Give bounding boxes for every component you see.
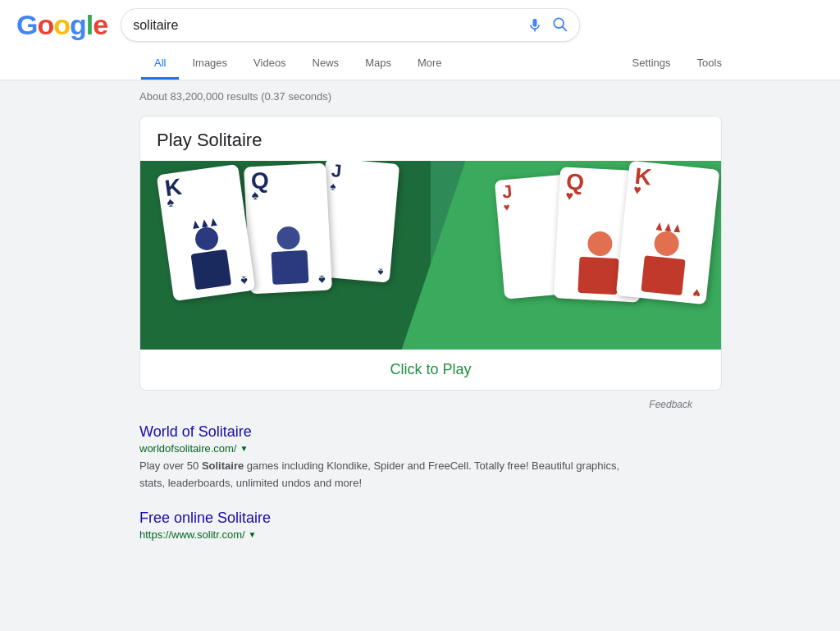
result-2-url: https://www.solitr.com/ xyxy=(139,528,245,541)
tab-tools[interactable]: Tools xyxy=(684,48,735,80)
search-button[interactable] xyxy=(551,16,568,34)
card-j-label: J xyxy=(331,162,342,181)
logo-letter-g2: g xyxy=(70,9,86,40)
card-k-suit-tl: ♠ xyxy=(166,194,175,210)
google-logo: Google xyxy=(16,9,107,41)
search-icon xyxy=(551,16,568,32)
search-results-list: World of Solitaire worldofsolitaire.com/… xyxy=(139,423,701,541)
search-bar xyxy=(121,8,580,42)
tab-more[interactable]: More xyxy=(404,48,455,80)
card-j-suit-br: ♠ xyxy=(377,266,384,279)
nav-row: All Images Videos News Maps More Setting… xyxy=(16,48,824,80)
tab-videos[interactable]: Videos xyxy=(240,48,299,80)
card-k-suit-br: ♠ xyxy=(240,273,249,289)
solitaire-card: Play Solitaire K ♠ xyxy=(139,116,722,391)
result-1-dropdown[interactable]: ▼ xyxy=(240,444,249,453)
solitaire-card-title: Play Solitaire xyxy=(140,117,721,161)
card-j-suit-tl: ♠ xyxy=(330,180,336,193)
results-count: About 83,200,000 results (0.37 seconds) xyxy=(139,90,701,103)
card-k-spades: K ♠ ♠ xyxy=(157,164,256,301)
card-k2-suit-tl: ♥ xyxy=(632,182,641,198)
result-1-snippet: Play over 50 Solitaire games including K… xyxy=(139,458,632,492)
card-q2-suit-tl: ♥ xyxy=(565,189,573,203)
header: Google All xyxy=(0,0,840,80)
tab-all[interactable]: All xyxy=(141,48,179,80)
logo-letter-l: l xyxy=(86,9,93,40)
result-2-title[interactable]: Free online Solitaire xyxy=(139,510,632,527)
result-1-url-row: worldofsolitaire.com/ ▼ xyxy=(139,442,632,455)
nav-right: Settings Tools xyxy=(619,48,735,80)
results-area: About 83,200,000 results (0.37 seconds) … xyxy=(0,80,840,575)
nav-tabs: All Images Videos News Maps More xyxy=(141,48,455,80)
header-top: Google xyxy=(16,8,824,42)
logo-letter-g: G xyxy=(16,9,37,40)
card-q-suit-br: ♠ xyxy=(317,272,325,287)
svg-line-1 xyxy=(563,27,567,31)
tab-news[interactable]: News xyxy=(299,48,353,80)
result-1-url: worldofsolitaire.com/ xyxy=(139,442,237,455)
card-j2-suit-tl: ♥ xyxy=(503,201,510,214)
tab-settings[interactable]: Settings xyxy=(619,48,684,80)
feedback-text[interactable]: Feedback xyxy=(139,397,701,417)
logo-letter-e: e xyxy=(93,9,107,40)
result-2-dropdown[interactable]: ▼ xyxy=(249,530,257,539)
card-j2-label: J xyxy=(501,182,513,201)
solitaire-game-area[interactable]: K ♠ ♠ Q ♠ xyxy=(140,161,721,350)
search-input[interactable] xyxy=(133,18,527,33)
result-2-url-row: https://www.solitr.com/ ▼ xyxy=(139,528,632,541)
search-result-2: Free online Solitaire https://www.solitr… xyxy=(139,510,632,541)
search-result-1: World of Solitaire worldofsolitaire.com/… xyxy=(139,423,632,492)
card-k2-suit-br: ♥ xyxy=(692,286,701,301)
card-q-spades: Q ♠ ♠ xyxy=(244,162,332,294)
click-to-play[interactable]: Click to Play xyxy=(140,350,721,390)
tab-maps[interactable]: Maps xyxy=(352,48,404,80)
logo-letter-o2: o xyxy=(53,9,70,40)
card-q-suit-tl: ♠ xyxy=(251,188,258,203)
mic-icon[interactable] xyxy=(527,17,543,34)
search-icons xyxy=(527,16,568,34)
logo-letter-o1: o xyxy=(37,9,53,40)
card-k-hearts: K ♥ ♥ xyxy=(616,161,720,304)
tab-images[interactable]: Images xyxy=(179,48,240,80)
result-1-title[interactable]: World of Solitaire xyxy=(139,423,632,441)
